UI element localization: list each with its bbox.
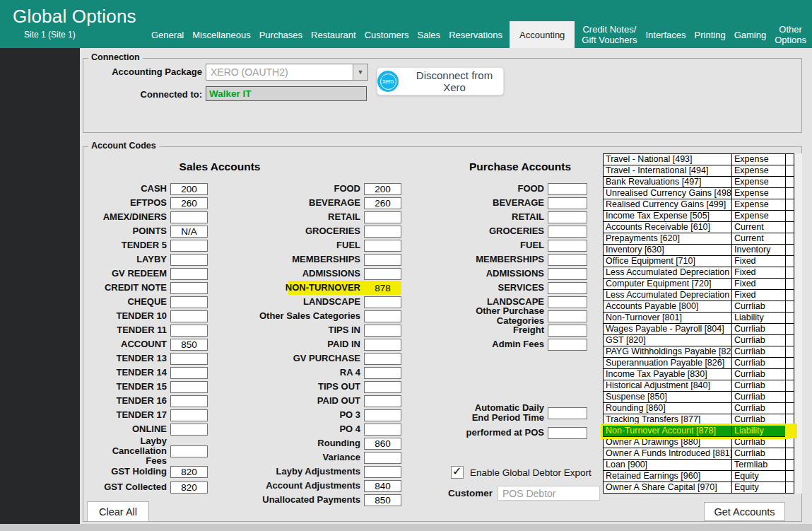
tab-credit-notes-gift-vouchers[interactable]: Credit Notes/ Gift Vouchers	[580, 24, 638, 45]
field-input-eftpos[interactable]	[170, 197, 208, 209]
field-input-non-turnover[interactable]	[364, 282, 401, 294]
tab-reservations[interactable]: Reservations	[447, 30, 504, 40]
field-input-other-sales-categories[interactable]	[364, 310, 401, 322]
field-input-ra-4[interactable]	[364, 367, 401, 379]
field-input-tender-13[interactable]	[170, 353, 208, 365]
tab-customers[interactable]: Customers	[363, 30, 411, 40]
table-row-non-turnover-801[interactable]: Non-Turnover [801]Liability	[603, 313, 786, 324]
field-input-other-purchase-categories[interactable]	[548, 310, 587, 322]
table-row-bank-revaluations-497[interactable]: Bank Revaluations [497]Expense	[603, 177, 786, 188]
field-input-beverage[interactable]	[548, 197, 587, 209]
field-input-paid-out[interactable]	[364, 395, 401, 407]
table-row-unrealised-currency-gains-498[interactable]: Unrealised Currency Gains [498]Expense	[603, 188, 786, 199]
table-row-gst-820[interactable]: GST [820]Currliab	[603, 335, 786, 346]
field-input-groceries[interactable]	[548, 226, 587, 238]
field-input-tips-out[interactable]	[364, 381, 401, 393]
table-row-loan-900[interactable]: Loan [900]Termliab	[603, 460, 786, 471]
table-row-non-turnover-account-878[interactable]: Non-Turnover Account [878]Liability	[603, 426, 786, 437]
field-input-po-3[interactable]	[364, 409, 401, 421]
tab-general[interactable]: General	[150, 30, 185, 40]
field-input-landscape[interactable]	[548, 296, 587, 308]
enable-global-debtor-export-checkbox[interactable]: ✓	[451, 466, 464, 479]
table-row-travel-national-493[interactable]: Travel - National [493]Expense	[603, 154, 786, 165]
field-input-gst-holding[interactable]	[170, 466, 208, 478]
table-row-inventory-630[interactable]: Inventory [630]Inventory	[603, 245, 786, 256]
tab-other-options[interactable]: Other Options	[773, 24, 808, 45]
field-input-tender-16[interactable]	[170, 395, 208, 407]
field-input-gv-redeem[interactable]	[170, 268, 208, 280]
table-row-owner-a-drawings-880[interactable]: Owner A Drawings [880]Currliab	[603, 437, 786, 448]
table-row-superannuation-payable-826[interactable]: Superannuation Payable [826]Currliab	[603, 358, 786, 369]
field-input-freight[interactable]	[548, 325, 587, 337]
table-row-accounts-receivable-610[interactable]: Accounts Receivable [610]Current	[603, 222, 786, 233]
customer-input[interactable]	[498, 486, 600, 501]
table-row-payg-withholdings-payable-825[interactable]: PAYG Withholdings Payable [825]Currliab	[603, 346, 786, 358]
field-input-retail[interactable]	[548, 211, 587, 223]
field-input-tender-11[interactable]	[170, 325, 208, 337]
field-input-account-adjustments[interactable]	[364, 480, 401, 492]
table-row-wages-payable-payroll-804[interactable]: Wages Payable - Payroll [804]Currliab	[603, 324, 786, 335]
field-input-rounding[interactable]	[364, 438, 401, 450]
clear-all-button[interactable]: Clear All	[87, 501, 149, 522]
field-input-unallocated-payments[interactable]	[364, 494, 401, 506]
field-input-cash[interactable]	[170, 183, 208, 195]
field-input-account[interactable]	[170, 339, 208, 351]
tab-gaming[interactable]: Gaming	[733, 30, 768, 40]
field-input-fuel[interactable]	[548, 240, 587, 252]
get-accounts-button[interactable]: Get Accounts	[704, 502, 785, 521]
table-row-computer-equipment-720[interactable]: Computer Equipment [720]Fixed	[603, 279, 786, 290]
field-input-services[interactable]	[548, 282, 587, 294]
table-row-less-accumulated-depreciation-or[interactable]: Less Accumulated Depreciation orFixed	[603, 267, 786, 279]
field-input-memberships[interactable]	[364, 254, 401, 266]
field-input-gst-collected[interactable]	[170, 482, 208, 494]
tab-miscellaneous[interactable]: Miscellaneous	[191, 30, 252, 40]
accounts-table-scrollbar[interactable]	[795, 153, 802, 494]
field-input-landscape[interactable]	[364, 296, 401, 308]
field-input-cheque[interactable]	[170, 296, 208, 308]
table-row-historical-adjustment-840[interactable]: Historical Adjustment [840]Currliab	[603, 380, 786, 392]
field-input-food[interactable]	[548, 183, 587, 195]
field-input-tender-5[interactable]	[170, 240, 208, 252]
field-input-paid-in[interactable]	[364, 339, 401, 351]
tab-restaurant[interactable]: Restaurant	[310, 30, 358, 40]
field-input-variance[interactable]	[364, 452, 401, 464]
table-row-income-tax-payable-830[interactable]: Income Tax Payable [830]Currliab	[603, 369, 786, 380]
field-input-tender-10[interactable]	[170, 310, 208, 322]
disconnect-xero-button[interactable]: xero Disconnect from Xero	[377, 67, 504, 95]
tab-purchases[interactable]: Purchases	[258, 30, 304, 40]
table-row-rounding-860[interactable]: Rounding [860]Currliab	[603, 403, 786, 414]
field-input-po-4[interactable]	[364, 424, 401, 436]
field-input-memberships[interactable]	[548, 254, 587, 266]
field-input-credit-note[interactable]	[170, 282, 208, 294]
field-input-admissions[interactable]	[364, 268, 401, 280]
field-input-layby-cancellation-fees[interactable]	[170, 445, 208, 457]
field-input-tips-in[interactable]	[364, 325, 401, 337]
table-row-tracking-transfers-877[interactable]: Tracking Transfers [877]Currliab	[603, 414, 786, 426]
field-input-tender-15[interactable]	[170, 381, 208, 393]
field-input-points[interactable]	[170, 226, 208, 238]
field-input-groceries[interactable]	[364, 226, 401, 238]
field-input-automatic-daily-end-period-time[interactable]	[548, 407, 587, 419]
field-input-layby-adjustments[interactable]	[364, 466, 401, 478]
field-input-online[interactable]	[170, 424, 208, 436]
table-row-travel-international-494[interactable]: Travel - International [494]Expense	[603, 165, 786, 177]
field-input-gv-purchase[interactable]	[364, 353, 401, 365]
field-input-amex-diners[interactable]	[170, 211, 208, 223]
field-input-food[interactable]	[364, 183, 401, 195]
table-row-accounts-payable-800[interactable]: Accounts Payable [800]Currliab	[603, 301, 786, 313]
field-input-beverage[interactable]	[364, 197, 401, 209]
table-row-owner-a-share-capital-970[interactable]: Owner A Share Capital [970]Equity	[603, 482, 786, 494]
tab-sales[interactable]: Sales	[416, 30, 442, 40]
field-input-tender-17[interactable]	[170, 409, 208, 421]
field-input-layby[interactable]	[170, 254, 208, 266]
table-row-owner-a-funds-introduced-881[interactable]: Owner A Funds Introduced [881]Currliab	[603, 448, 786, 460]
field-input-admissions[interactable]	[548, 268, 587, 280]
field-input-tender-14[interactable]	[170, 367, 208, 379]
table-row-office-equipment-710[interactable]: Office Equipment [710]Fixed	[603, 256, 786, 267]
tab-accounting[interactable]: Accounting	[510, 21, 575, 48]
table-row-income-tax-expense-505[interactable]: Income Tax Expense [505]Expense	[603, 211, 786, 222]
field-input-admin-fees[interactable]	[548, 339, 587, 351]
table-row-retained-earnings-960[interactable]: Retained Earnings [960]Equity	[603, 471, 786, 482]
table-row-less-accumulated-depreciation-or[interactable]: Less Accumulated Depreciation orFixed	[603, 290, 786, 301]
table-row-realised-currency-gains-499[interactable]: Realised Currency Gains [499]Expense	[603, 199, 786, 211]
